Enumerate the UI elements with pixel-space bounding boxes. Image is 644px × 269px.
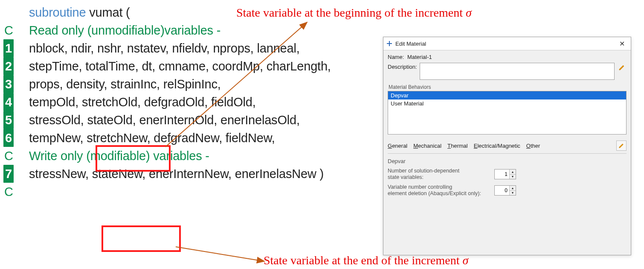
comment-marker: C bbox=[3, 185, 13, 199]
element-deletion-spinner[interactable]: ▲ ▼ bbox=[494, 185, 516, 196]
code-text: stepTime, totalTime, dt, cmname, coordMp… bbox=[29, 57, 331, 75]
menu-thermal[interactable]: Thermal bbox=[447, 143, 468, 149]
keyword-subroutine: subroutine bbox=[29, 6, 86, 19]
line-number: 4 bbox=[3, 93, 14, 111]
spinner-up-button[interactable]: ▲ bbox=[510, 170, 516, 175]
code-text: stressNew, bbox=[29, 167, 92, 181]
line-number: 5 bbox=[3, 111, 14, 129]
pencil-icon bbox=[618, 64, 625, 71]
code-text: tempNew, stretchNew, defgradNew, fieldNe… bbox=[29, 129, 275, 147]
annotation-bottom: State variable at the end of the increme… bbox=[264, 254, 468, 267]
line-number: 6 bbox=[3, 129, 14, 147]
line-number: 3 bbox=[3, 75, 14, 93]
menu-other[interactable]: Other bbox=[526, 143, 540, 149]
list-item-depvar[interactable]: Depvar bbox=[388, 91, 626, 99]
menu-general[interactable]: General bbox=[388, 143, 407, 149]
list-item-user-material[interactable]: User Material bbox=[388, 99, 626, 108]
element-deletion-input[interactable] bbox=[495, 186, 509, 195]
code-text: enerInternOld, enerInelasOld, bbox=[136, 113, 300, 127]
description-input[interactable] bbox=[420, 63, 615, 80]
menu-electrical-magnetic[interactable]: Electrical/Magnetic bbox=[474, 143, 520, 149]
line-number: 2 bbox=[3, 57, 14, 75]
material-behaviors-list[interactable]: Depvar User Material bbox=[388, 91, 627, 134]
line-number: 1 bbox=[3, 39, 14, 57]
material-behaviors-label: Material Behaviors bbox=[388, 84, 627, 90]
edit-behavior-button[interactable] bbox=[616, 140, 627, 151]
edit-description-button[interactable] bbox=[617, 63, 627, 72]
comment-marker: C bbox=[3, 23, 13, 37]
function-name: vumat ( bbox=[86, 6, 130, 19]
spinner-down-button[interactable]: ▼ bbox=[510, 175, 516, 179]
num-sdv-label: Number of solution-dependent state varia… bbox=[388, 168, 494, 181]
spinner-down-button[interactable]: ▼ bbox=[510, 191, 516, 196]
dialog-title: Edit Material bbox=[395, 41, 426, 47]
num-sdv-spinner[interactable]: ▲ ▼ bbox=[494, 169, 516, 179]
code-text: nblock, ndir, nshr, nstatev, nfieldv, np… bbox=[29, 39, 300, 57]
element-deletion-label: Variable number controlling element dele… bbox=[388, 184, 494, 197]
depvar-section-heading: Depvar bbox=[388, 158, 627, 164]
menu-mechanical[interactable]: Mechanical bbox=[413, 143, 441, 149]
comment-read-only: Read only (unmodifiable)variables - bbox=[29, 21, 220, 39]
highlight-box-statenew bbox=[102, 225, 181, 252]
code-block: subroutine vumat ( C Read only (unmodifi… bbox=[3, 3, 374, 201]
num-sdv-input[interactable] bbox=[495, 170, 509, 179]
annotation-top: State variable at the beginning of the i… bbox=[236, 6, 472, 20]
behavior-menu-bar: General Mechanical Thermal Electrical/Ma… bbox=[388, 140, 627, 154]
pencil-icon bbox=[618, 143, 624, 149]
svg-rect-3 bbox=[389, 41, 390, 46]
close-button[interactable]: ✕ bbox=[617, 40, 627, 48]
material-name-value: Material-1 bbox=[407, 54, 432, 60]
code-highlight-stateold: stateOld, bbox=[87, 113, 136, 127]
spinner-up-button[interactable]: ▲ bbox=[510, 186, 516, 191]
edit-material-dialog: Edit Material ✕ Name: Material-1 Descrip… bbox=[383, 37, 631, 255]
svg-line-1 bbox=[176, 247, 264, 261]
name-label: Name: bbox=[388, 54, 404, 60]
code-highlight-statenew: stateNew, bbox=[92, 167, 146, 181]
comment-write-only: Write only (modifiable) variables - bbox=[29, 147, 209, 165]
material-name-row: Name: Material-1 bbox=[388, 54, 627, 60]
description-label: Description: bbox=[388, 63, 417, 70]
code-text: enerInternNew, enerInelasNew ) bbox=[145, 167, 324, 181]
app-icon bbox=[386, 40, 393, 47]
line-number: 7 bbox=[3, 165, 14, 183]
dialog-titlebar[interactable]: Edit Material ✕ bbox=[383, 37, 631, 50]
code-text: stressOld, bbox=[29, 113, 87, 127]
comment-marker: C bbox=[3, 149, 13, 163]
code-text: props, density, strainInc, relSpinInc, bbox=[29, 75, 221, 93]
code-text: tempOld, stretchOld, defgradOld, fieldOl… bbox=[29, 93, 256, 111]
